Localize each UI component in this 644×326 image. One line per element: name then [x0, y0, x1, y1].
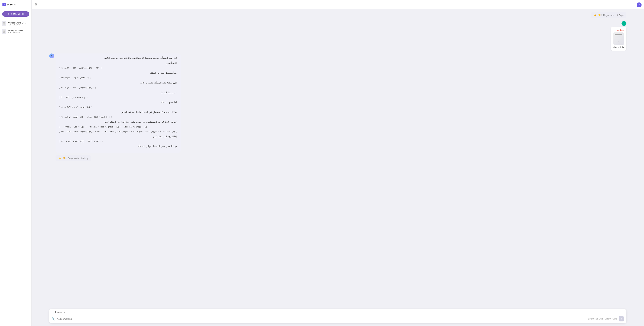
file-name-1: banking whitepap... [8, 29, 24, 31]
action-bar-bottom-right: ↻ Regenerate ⎘ Copy [65, 157, 88, 160]
ai-message-content: :لحل هذه المسألة، سنقوم بتبسيط كلا من ال… [56, 53, 180, 153]
copy-button-bottom[interactable]: ⎘ Copy [81, 157, 88, 160]
copy-icon: ⎘ [617, 14, 618, 16]
regenerate-icon: ↻ [601, 14, 602, 16]
sparkle-icon: ✦ [52, 311, 54, 314]
input-bar: ✦ Prompt ▾ 📎 Enter Send; Shift + Enter N… [49, 309, 626, 323]
regenerate-button-bottom[interactable]: ↻ Regenerate [65, 157, 79, 160]
app-name: UPDF AI [7, 3, 16, 6]
img-line-3 [615, 37, 622, 37]
file-item-0[interactable]: Animal Painting Sk... PDF · 12.79MB [0, 20, 32, 27]
fraction-symbol: √ [618, 40, 619, 43]
main-area: 🗑 👍 👎 ↻ Regenerate ⎘ Copy [32, 0, 644, 326]
user-avatar-top-right: Y [636, 2, 642, 7]
ai-math-5: [ \frac{-395 - س}{\sqrt{5}} ] [59, 106, 178, 109]
regenerate-button-top[interactable]: ↻ Regenerate [601, 14, 614, 16]
img-line-4 [616, 38, 621, 38]
thumbs-up-icon-bottom: 👍 [58, 157, 61, 160]
ai-line-7: ":ويمكن كتابة كلا من المصطلحين على صورة … [59, 120, 178, 124]
ai-line-3: :إذن يمكننا كتابة المسألة بالصورة التالي… [59, 81, 178, 85]
prompt-label: Prompt [55, 311, 62, 314]
thumbs-up-button[interactable]: 👍 [594, 14, 596, 16]
ai-math-4: [ 5 - 395 - س = 400 - س ] [59, 96, 178, 99]
ai-line-9: .وهذا التعبير يعتبر التبسيط النهائي للمس… [59, 145, 178, 148]
input-hint: Enter Send; Shift + Enter Newline [588, 318, 617, 320]
delete-icon[interactable]: 🗑 [34, 3, 37, 6]
ai-message-wrap: ✦ :لحل هذه المسألة، سنقوم بتبسيط كلا من … [49, 53, 626, 153]
input-bar-bottom: 📎 Enter Send; Shift + Enter Newline ↑ [49, 315, 626, 323]
file-size-1: PDF · 36.48MB [8, 31, 24, 33]
ai-line-5: :لذا، تصح المسألة [59, 101, 178, 104]
action-bar-bottom: 👍 👎 ↻ Regenerate ⎘ Copy [56, 155, 91, 161]
ai-avatar: ✦ [49, 53, 54, 58]
file-item-1[interactable]: banking whitepap... PDF · 36.48MB [0, 27, 32, 35]
ask-input[interactable] [57, 318, 586, 320]
image-placeholder: √ [614, 34, 623, 43]
user-message-header: سؤال تقل [613, 29, 624, 31]
file-info-0: Animal Painting Sk... PDF · 12.79MB [8, 22, 26, 26]
action-bar-left: 👍 👎 [594, 14, 601, 16]
action-bar-right: ↻ Regenerate ⎘ Copy [601, 14, 624, 16]
ai-math-2: [ \sqrt{10 - 5} = \sqrt{5} ] [59, 76, 178, 80]
user-message-image: √ [613, 32, 624, 45]
chat-container: 👍 👎 ↻ Regenerate ⎘ Copy Y [32, 9, 644, 307]
img-line-1 [615, 34, 622, 35]
ai-logo-icon: ✦ [51, 55, 52, 57]
input-bar-top: ✦ Prompt ▾ [49, 309, 626, 315]
action-bar-top: 👍 👎 ↻ Regenerate ⎘ Copy [591, 12, 626, 18]
thumbs-down-button-bottom[interactable]: 👎 [63, 157, 65, 160]
ai-math-1: [ \frac{5 - 400 - س}{\sqrt{10 - 5}} ] [59, 67, 178, 70]
input-bar-container: ✦ Prompt ▾ 📎 Enter Send; Shift + Enter N… [32, 307, 644, 326]
user-avatar: Y [622, 21, 626, 26]
send-button[interactable]: ↑ [619, 316, 624, 322]
upload-icon: ⊕ [8, 13, 9, 15]
send-icon: ↑ [621, 318, 622, 320]
file-icon-0 [2, 21, 6, 26]
ai-line-1: :المسألة هي [59, 61, 178, 65]
thumbs-down-icon: 👎 [598, 14, 601, 16]
caret-down-icon[interactable]: ▾ [64, 311, 65, 313]
top-bar: 🗑 [32, 0, 644, 9]
ai-math-9: [ -\frac{س\sqrt{5}}{5} - 79 \sqrt{5} ] [59, 140, 178, 143]
ai-line-8: :إذا النتيجة المبسطة تكون [59, 135, 178, 139]
action-bar-bottom-left: 👍 👎 [58, 157, 65, 160]
ai-line-2: :نبدأ بتبسيط الجذر في المقام [59, 71, 178, 75]
ai-math-6: [ \frac{-س}{\sqrt{5}} - \frac{395}{\sqrt… [59, 116, 178, 119]
ai-math-7: [ - \frac{س}{\sqrt{5}} = -\frac{س \cdot … [59, 125, 178, 129]
user-message-card: سؤال تقل √ حل المشكلة [611, 27, 626, 51]
user-message-footer: حل المشكلة [613, 46, 624, 49]
ai-math-3: [ \frac{5 - 400 - س}{\sqrt{5}} ] [59, 86, 178, 89]
file-icon-1 [2, 29, 6, 34]
attach-icon[interactable]: 📎 [52, 317, 55, 321]
sidebar-header: U UPDF AI [0, 0, 32, 9]
copy-button-top[interactable]: ⎘ Copy [617, 14, 624, 16]
file-info-1: banking whitepap... PDF · 36.48MB [8, 29, 24, 33]
regenerate-icon-bottom: ↻ [65, 157, 67, 160]
app-logo-icon: U [2, 3, 6, 6]
user-message-wrap: Y سؤال تقل √ حل المشكلة [49, 21, 626, 51]
file-name-0: Animal Painting Sk... [8, 22, 26, 24]
ai-math-8: [ 395 \cdot \frac{1}{\sqrt{5}} = 395 \cd… [59, 130, 178, 134]
file-size-0: PDF · 12.79MB [8, 24, 26, 26]
ai-line-6: :يمكنك تقسيم كل مصطلح في البسط على الجذر… [59, 111, 178, 114]
img-line-2 [616, 36, 621, 36]
thumbs-down-button[interactable]: 👎 [598, 14, 601, 16]
sidebar: U UPDF AI ⊕ ⊕ Upload File Animal Paintin… [0, 0, 32, 326]
thumbs-down-icon-bottom: 👎 [63, 157, 65, 160]
thumbs-up-icon: 👍 [594, 14, 596, 16]
copy-icon-bottom: ⎘ [81, 157, 82, 160]
ai-intro: :لحل هذه المسألة، سنقوم بتبسيط كلا من ال… [59, 56, 178, 60]
upload-file-button[interactable]: ⊕ ⊕ Upload File [2, 11, 29, 17]
ai-line-4: :تم تبسيط البسط [59, 91, 178, 95]
thumbs-up-button-bottom[interactable]: 👍 [58, 157, 61, 160]
file-list: Animal Painting Sk... PDF · 12.79MB bank… [0, 19, 32, 36]
